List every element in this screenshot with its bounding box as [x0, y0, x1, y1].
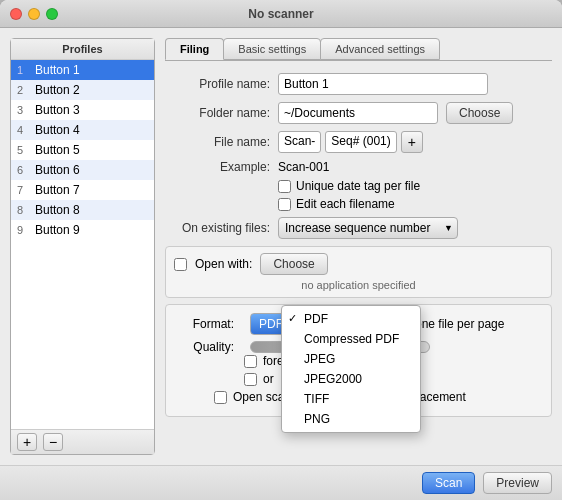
list-item[interactable]: 8 Button 8: [11, 200, 154, 220]
sidebar-footer: + −: [11, 429, 154, 454]
format-option-jpeg2000[interactable]: JPEG2000: [282, 369, 420, 389]
open-with-inner: Open with: Choose: [174, 253, 543, 275]
profile-name-row: Profile name:: [165, 73, 552, 95]
profiles-sidebar: Profiles 1 Button 1 2 Button 2 3 Button …: [10, 38, 155, 455]
folder-name-row: Folder name: Choose: [165, 102, 552, 124]
file-name-label: File name:: [165, 135, 270, 149]
example-row: Example: Scan-001: [165, 160, 552, 174]
item-label: Button 4: [35, 123, 80, 137]
example-value: Scan-001: [278, 160, 329, 174]
item-label: Button 7: [35, 183, 80, 197]
profiles-list: 1 Button 1 2 Button 2 3 Button 3 4 Butto…: [11, 60, 154, 429]
tab-bar: Filing Basic settings Advanced settings: [165, 38, 552, 61]
unique-date-checkbox[interactable]: [278, 180, 291, 193]
sidebar-header: Profiles: [11, 39, 154, 60]
maximize-button[interactable]: [46, 8, 58, 20]
example-label: Example:: [165, 160, 270, 174]
on-existing-select-container: Increase sequence number: [278, 217, 458, 239]
format-option-pdf[interactable]: PDF: [282, 309, 420, 329]
tab-advanced-settings[interactable]: Advanced settings: [320, 38, 440, 60]
format-label: Format:: [174, 317, 234, 331]
filename-parts: Scan- Seq# (001) +: [278, 131, 423, 153]
row-number: 7: [17, 184, 27, 196]
one-file-label: one file per page: [415, 317, 504, 331]
scan-button[interactable]: Scan: [422, 472, 475, 494]
item-label: Button 9: [35, 223, 80, 237]
unique-date-row: Unique date tag per file: [165, 179, 552, 193]
format-option-tiff[interactable]: TIFF: [282, 389, 420, 409]
filename-prefix[interactable]: Scan-: [278, 131, 321, 153]
main-window: No scanner Profiles 1 Button 1 2 Button …: [0, 0, 562, 500]
open-with-label: Open with:: [195, 257, 252, 271]
format-value: PDF: [259, 317, 283, 331]
profile-name-label: Profile name:: [165, 77, 270, 91]
format-option-jpeg[interactable]: JPEG: [282, 349, 420, 369]
filename-seq[interactable]: Seq# (001): [325, 131, 396, 153]
item-label: Button 6: [35, 163, 80, 177]
unique-date-label: Unique date tag per file: [296, 179, 420, 193]
bottom-bar: Scan Preview: [0, 465, 562, 500]
format-option-png[interactable]: PNG: [282, 409, 420, 429]
item-label: Button 8: [35, 203, 80, 217]
row-number: 5: [17, 144, 27, 156]
edit-each-label: Edit each filename: [296, 197, 395, 211]
list-item[interactable]: 2 Button 2: [11, 80, 154, 100]
quality-label: Quality:: [174, 340, 234, 354]
row-number: 3: [17, 104, 27, 116]
open-with-checkbox[interactable]: [174, 258, 187, 271]
close-button[interactable]: [10, 8, 22, 20]
list-item[interactable]: 9 Button 9: [11, 220, 154, 240]
item-label: Button 1: [35, 63, 80, 77]
preview-button[interactable]: Preview: [483, 472, 552, 494]
choose-app-button[interactable]: Choose: [260, 253, 327, 275]
or-checkbox[interactable]: [244, 373, 257, 386]
item-label: Button 3: [35, 103, 80, 117]
folder-name-label: Folder name:: [165, 106, 270, 120]
add-filename-part-button[interactable]: +: [401, 131, 423, 153]
list-item[interactable]: 4 Button 4: [11, 120, 154, 140]
no-app-text: no application specified: [174, 279, 543, 291]
add-profile-button[interactable]: +: [17, 433, 37, 451]
titlebar: No scanner: [0, 0, 562, 28]
on-existing-label: On existing files:: [165, 221, 270, 235]
row-number: 2: [17, 84, 27, 96]
edit-each-checkbox[interactable]: [278, 198, 291, 211]
row-number: 1: [17, 64, 27, 76]
tab-basic-settings[interactable]: Basic settings: [223, 38, 321, 60]
row-number: 9: [17, 224, 27, 236]
window-title: No scanner: [248, 7, 313, 21]
list-item[interactable]: 5 Button 5: [11, 140, 154, 160]
or-label: or: [263, 372, 274, 386]
row-number: 4: [17, 124, 27, 136]
row-number: 8: [17, 204, 27, 216]
format-dropdown-menu: PDF Compressed PDF JPEG JPEG2000 TIFF PN…: [281, 305, 421, 433]
open-scan-window-checkbox[interactable]: [214, 391, 227, 404]
item-label: Button 5: [35, 143, 80, 157]
open-with-section: Open with: Choose no application specifi…: [165, 246, 552, 298]
format-option-compressed-pdf[interactable]: Compressed PDF: [282, 329, 420, 349]
main-panel: Filing Basic settings Advanced settings …: [165, 38, 552, 455]
folder-name-input[interactable]: [278, 102, 438, 124]
row-number: 6: [17, 164, 27, 176]
file-name-row: File name: Scan- Seq# (001) +: [165, 131, 552, 153]
on-existing-select[interactable]: Increase sequence number: [278, 217, 458, 239]
format-quality-section: Format: PDF ▼ one file per page P: [165, 304, 552, 417]
edit-each-row: Edit each filename: [165, 197, 552, 211]
content-area: Profiles 1 Button 1 2 Button 2 3 Button …: [0, 28, 562, 465]
form-area: Profile name: Folder name: Choose File n…: [165, 73, 552, 455]
minimize-button[interactable]: [28, 8, 40, 20]
tab-filing[interactable]: Filing: [165, 38, 224, 60]
list-item[interactable]: 6 Button 6: [11, 160, 154, 180]
remove-profile-button[interactable]: −: [43, 433, 63, 451]
fore-scan-checkbox[interactable]: [244, 355, 257, 368]
list-item[interactable]: 1 Button 1: [11, 60, 154, 80]
on-existing-row: On existing files: Increase sequence num…: [165, 217, 552, 239]
choose-folder-button[interactable]: Choose: [446, 102, 513, 124]
traffic-lights: [10, 8, 58, 20]
profile-name-input[interactable]: [278, 73, 488, 95]
list-item[interactable]: 7 Button 7: [11, 180, 154, 200]
list-item[interactable]: 3 Button 3: [11, 100, 154, 120]
item-label: Button 2: [35, 83, 80, 97]
